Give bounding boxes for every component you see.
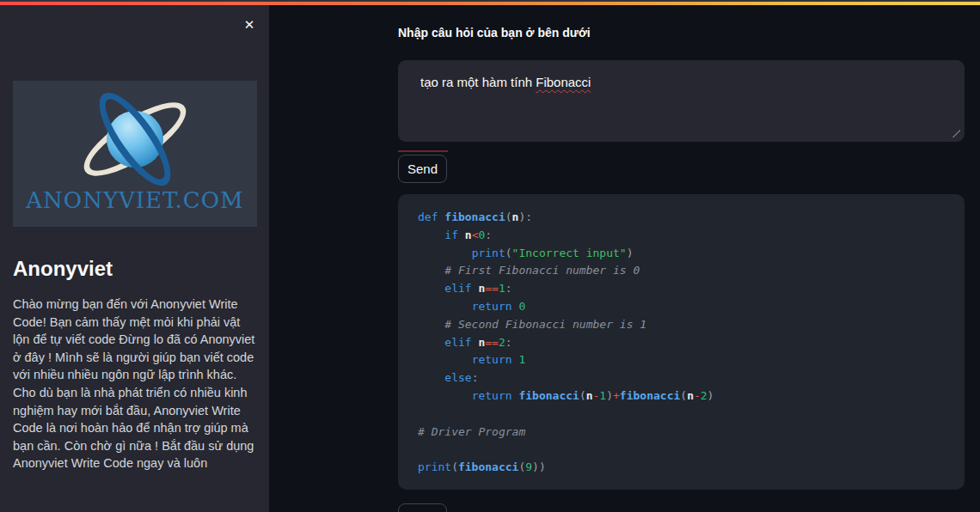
code-line: else: bbox=[418, 369, 945, 387]
code-line: return 1 bbox=[418, 351, 945, 369]
question-label: Nhập câu hỏi của bạn ở bên dưới bbox=[398, 26, 591, 40]
sidebar-description: Chào mừng bạn đến với Anonyviet Write Co… bbox=[13, 296, 260, 472]
decoration-bar bbox=[0, 2, 980, 5]
partial-bottom-button[interactable] bbox=[398, 503, 447, 512]
code-line: # First Fibonacci number is 0 bbox=[418, 262, 945, 280]
app-window: ✕ ANONYVIET.COM Anonyviet Chào mừng bạn … bbox=[0, 0, 980, 512]
question-textarea[interactable]: tạo ra một hàm tính Fibonacci bbox=[398, 60, 965, 142]
code-block: def fibonacci(n): if n<0: print("Incorre… bbox=[398, 194, 965, 490]
code-line: def fibonacci(n): bbox=[418, 209, 945, 227]
code-line bbox=[418, 441, 945, 459]
logo: ANONYVIET.COM bbox=[13, 81, 257, 227]
code-line: return fibonacci(n-1)+fibonacci(n-2) bbox=[418, 387, 945, 405]
logo-orbit-icon bbox=[66, 94, 204, 184]
question-misspelled-word: Fibonacci bbox=[536, 75, 591, 89]
code-line: # Driver Program bbox=[418, 424, 945, 442]
code-line: print("Incorrect input") bbox=[418, 245, 945, 263]
code-line: if n<0: bbox=[418, 227, 945, 245]
focus-indicator-line bbox=[398, 150, 448, 152]
code-line: print(fibonacci(9)) bbox=[418, 459, 945, 477]
send-button[interactable]: Send bbox=[398, 155, 447, 183]
question-text: tạo ra một hàm tính bbox=[420, 75, 536, 89]
sidebar: ✕ ANONYVIET.COM Anonyviet Chào mừng bạn … bbox=[0, 2, 269, 512]
sidebar-close-icon[interactable]: ✕ bbox=[242, 17, 257, 33]
code-line: elif n==2: bbox=[418, 334, 945, 352]
code-line: # Second Fibonacci number is 1 bbox=[418, 316, 945, 334]
textarea-resize-handle[interactable] bbox=[950, 127, 960, 137]
sidebar-title: Anonyviet bbox=[13, 257, 113, 281]
code-line bbox=[418, 405, 945, 424]
code-line: elif n==1: bbox=[418, 280, 945, 298]
code-line: return 0 bbox=[418, 298, 945, 316]
logo-text: ANONYVIET.COM bbox=[26, 187, 243, 213]
